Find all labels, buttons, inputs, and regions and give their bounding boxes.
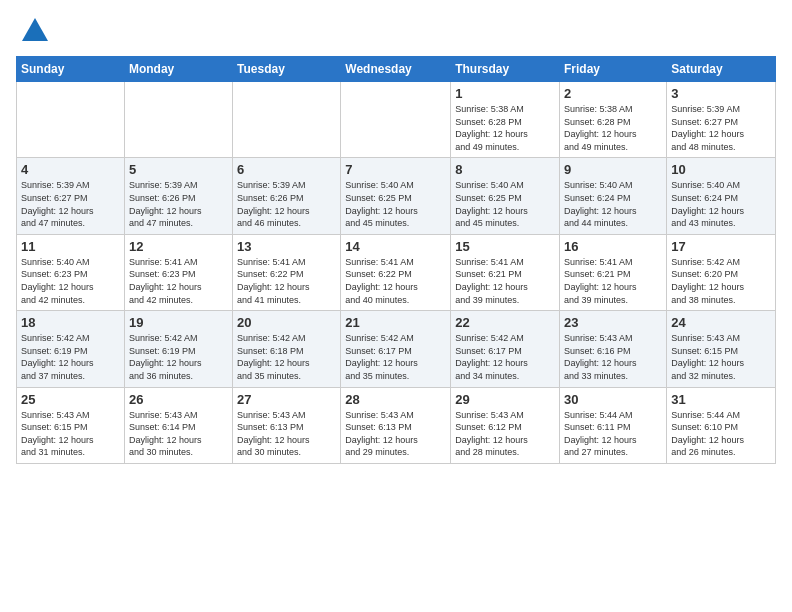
calendar-cell: 16Sunrise: 5:41 AM Sunset: 6:21 PM Dayli… bbox=[560, 234, 667, 310]
calendar-cell: 10Sunrise: 5:40 AM Sunset: 6:24 PM Dayli… bbox=[667, 158, 776, 234]
day-number: 5 bbox=[129, 162, 228, 177]
day-number: 23 bbox=[564, 315, 662, 330]
day-number: 21 bbox=[345, 315, 446, 330]
calendar-cell: 8Sunrise: 5:40 AM Sunset: 6:25 PM Daylig… bbox=[451, 158, 560, 234]
calendar-header: SundayMondayTuesdayWednesdayThursdayFrid… bbox=[17, 57, 776, 82]
calendar-cell: 4Sunrise: 5:39 AM Sunset: 6:27 PM Daylig… bbox=[17, 158, 125, 234]
day-number: 25 bbox=[21, 392, 120, 407]
day-info: Sunrise: 5:44 AM Sunset: 6:10 PM Dayligh… bbox=[671, 409, 771, 459]
calendar-cell: 5Sunrise: 5:39 AM Sunset: 6:26 PM Daylig… bbox=[124, 158, 232, 234]
day-number: 15 bbox=[455, 239, 555, 254]
day-number: 7 bbox=[345, 162, 446, 177]
day-number: 8 bbox=[455, 162, 555, 177]
day-number: 16 bbox=[564, 239, 662, 254]
day-info: Sunrise: 5:40 AM Sunset: 6:24 PM Dayligh… bbox=[564, 179, 662, 229]
day-number: 12 bbox=[129, 239, 228, 254]
day-number: 19 bbox=[129, 315, 228, 330]
day-number: 24 bbox=[671, 315, 771, 330]
calendar-cell: 11Sunrise: 5:40 AM Sunset: 6:23 PM Dayli… bbox=[17, 234, 125, 310]
calendar-cell: 23Sunrise: 5:43 AM Sunset: 6:16 PM Dayli… bbox=[560, 311, 667, 387]
day-number: 13 bbox=[237, 239, 336, 254]
day-number: 9 bbox=[564, 162, 662, 177]
day-info: Sunrise: 5:42 AM Sunset: 6:17 PM Dayligh… bbox=[455, 332, 555, 382]
day-number: 18 bbox=[21, 315, 120, 330]
day-of-week-header: Monday bbox=[124, 57, 232, 82]
day-info: Sunrise: 5:39 AM Sunset: 6:27 PM Dayligh… bbox=[671, 103, 771, 153]
calendar-week-row: 18Sunrise: 5:42 AM Sunset: 6:19 PM Dayli… bbox=[17, 311, 776, 387]
day-info: Sunrise: 5:41 AM Sunset: 6:22 PM Dayligh… bbox=[237, 256, 336, 306]
day-of-week-header: Saturday bbox=[667, 57, 776, 82]
day-info: Sunrise: 5:43 AM Sunset: 6:15 PM Dayligh… bbox=[21, 409, 120, 459]
day-info: Sunrise: 5:41 AM Sunset: 6:21 PM Dayligh… bbox=[564, 256, 662, 306]
days-of-week-row: SundayMondayTuesdayWednesdayThursdayFrid… bbox=[17, 57, 776, 82]
day-info: Sunrise: 5:42 AM Sunset: 6:20 PM Dayligh… bbox=[671, 256, 771, 306]
day-info: Sunrise: 5:43 AM Sunset: 6:15 PM Dayligh… bbox=[671, 332, 771, 382]
day-number: 28 bbox=[345, 392, 446, 407]
day-info: Sunrise: 5:40 AM Sunset: 6:25 PM Dayligh… bbox=[345, 179, 446, 229]
calendar-cell: 7Sunrise: 5:40 AM Sunset: 6:25 PM Daylig… bbox=[341, 158, 451, 234]
day-info: Sunrise: 5:43 AM Sunset: 6:13 PM Dayligh… bbox=[237, 409, 336, 459]
day-info: Sunrise: 5:41 AM Sunset: 6:21 PM Dayligh… bbox=[455, 256, 555, 306]
day-info: Sunrise: 5:40 AM Sunset: 6:25 PM Dayligh… bbox=[455, 179, 555, 229]
calendar-cell: 25Sunrise: 5:43 AM Sunset: 6:15 PM Dayli… bbox=[17, 387, 125, 463]
calendar-cell: 9Sunrise: 5:40 AM Sunset: 6:24 PM Daylig… bbox=[560, 158, 667, 234]
calendar-body: 1Sunrise: 5:38 AM Sunset: 6:28 PM Daylig… bbox=[17, 82, 776, 464]
day-of-week-header: Friday bbox=[560, 57, 667, 82]
day-number: 2 bbox=[564, 86, 662, 101]
day-info: Sunrise: 5:41 AM Sunset: 6:22 PM Dayligh… bbox=[345, 256, 446, 306]
calendar-cell: 29Sunrise: 5:43 AM Sunset: 6:12 PM Dayli… bbox=[451, 387, 560, 463]
calendar-table: SundayMondayTuesdayWednesdayThursdayFrid… bbox=[16, 56, 776, 464]
calendar-cell: 22Sunrise: 5:42 AM Sunset: 6:17 PM Dayli… bbox=[451, 311, 560, 387]
calendar-week-row: 1Sunrise: 5:38 AM Sunset: 6:28 PM Daylig… bbox=[17, 82, 776, 158]
calendar-cell: 19Sunrise: 5:42 AM Sunset: 6:19 PM Dayli… bbox=[124, 311, 232, 387]
calendar-cell: 31Sunrise: 5:44 AM Sunset: 6:10 PM Dayli… bbox=[667, 387, 776, 463]
calendar-cell: 26Sunrise: 5:43 AM Sunset: 6:14 PM Dayli… bbox=[124, 387, 232, 463]
day-info: Sunrise: 5:42 AM Sunset: 6:19 PM Dayligh… bbox=[21, 332, 120, 382]
day-number: 20 bbox=[237, 315, 336, 330]
calendar-cell: 14Sunrise: 5:41 AM Sunset: 6:22 PM Dayli… bbox=[341, 234, 451, 310]
calendar-cell: 24Sunrise: 5:43 AM Sunset: 6:15 PM Dayli… bbox=[667, 311, 776, 387]
calendar-cell: 27Sunrise: 5:43 AM Sunset: 6:13 PM Dayli… bbox=[233, 387, 341, 463]
day-info: Sunrise: 5:43 AM Sunset: 6:12 PM Dayligh… bbox=[455, 409, 555, 459]
day-info: Sunrise: 5:41 AM Sunset: 6:23 PM Dayligh… bbox=[129, 256, 228, 306]
calendar-cell: 2Sunrise: 5:38 AM Sunset: 6:28 PM Daylig… bbox=[560, 82, 667, 158]
day-of-week-header: Wednesday bbox=[341, 57, 451, 82]
day-of-week-header: Tuesday bbox=[233, 57, 341, 82]
day-info: Sunrise: 5:38 AM Sunset: 6:28 PM Dayligh… bbox=[564, 103, 662, 153]
day-number: 3 bbox=[671, 86, 771, 101]
calendar-cell bbox=[124, 82, 232, 158]
calendar-cell: 13Sunrise: 5:41 AM Sunset: 6:22 PM Dayli… bbox=[233, 234, 341, 310]
calendar-cell: 30Sunrise: 5:44 AM Sunset: 6:11 PM Dayli… bbox=[560, 387, 667, 463]
calendar-cell bbox=[233, 82, 341, 158]
calendar-cell bbox=[17, 82, 125, 158]
calendar-cell bbox=[341, 82, 451, 158]
day-number: 22 bbox=[455, 315, 555, 330]
day-number: 27 bbox=[237, 392, 336, 407]
calendar-cell: 20Sunrise: 5:42 AM Sunset: 6:18 PM Dayli… bbox=[233, 311, 341, 387]
calendar-week-row: 4Sunrise: 5:39 AM Sunset: 6:27 PM Daylig… bbox=[17, 158, 776, 234]
calendar-cell: 12Sunrise: 5:41 AM Sunset: 6:23 PM Dayli… bbox=[124, 234, 232, 310]
day-info: Sunrise: 5:43 AM Sunset: 6:14 PM Dayligh… bbox=[129, 409, 228, 459]
day-number: 10 bbox=[671, 162, 771, 177]
calendar-cell: 17Sunrise: 5:42 AM Sunset: 6:20 PM Dayli… bbox=[667, 234, 776, 310]
svg-marker-0 bbox=[22, 18, 48, 41]
day-number: 4 bbox=[21, 162, 120, 177]
day-info: Sunrise: 5:42 AM Sunset: 6:18 PM Dayligh… bbox=[237, 332, 336, 382]
day-of-week-header: Sunday bbox=[17, 57, 125, 82]
day-number: 14 bbox=[345, 239, 446, 254]
day-info: Sunrise: 5:44 AM Sunset: 6:11 PM Dayligh… bbox=[564, 409, 662, 459]
calendar-cell: 15Sunrise: 5:41 AM Sunset: 6:21 PM Dayli… bbox=[451, 234, 560, 310]
calendar-cell: 1Sunrise: 5:38 AM Sunset: 6:28 PM Daylig… bbox=[451, 82, 560, 158]
day-info: Sunrise: 5:39 AM Sunset: 6:26 PM Dayligh… bbox=[237, 179, 336, 229]
day-number: 11 bbox=[21, 239, 120, 254]
day-info: Sunrise: 5:40 AM Sunset: 6:24 PM Dayligh… bbox=[671, 179, 771, 229]
calendar-cell: 3Sunrise: 5:39 AM Sunset: 6:27 PM Daylig… bbox=[667, 82, 776, 158]
day-info: Sunrise: 5:42 AM Sunset: 6:17 PM Dayligh… bbox=[345, 332, 446, 382]
day-number: 17 bbox=[671, 239, 771, 254]
calendar-week-row: 25Sunrise: 5:43 AM Sunset: 6:15 PM Dayli… bbox=[17, 387, 776, 463]
calendar-cell: 18Sunrise: 5:42 AM Sunset: 6:19 PM Dayli… bbox=[17, 311, 125, 387]
day-number: 1 bbox=[455, 86, 555, 101]
day-number: 26 bbox=[129, 392, 228, 407]
day-info: Sunrise: 5:39 AM Sunset: 6:27 PM Dayligh… bbox=[21, 179, 120, 229]
calendar-cell: 28Sunrise: 5:43 AM Sunset: 6:13 PM Dayli… bbox=[341, 387, 451, 463]
